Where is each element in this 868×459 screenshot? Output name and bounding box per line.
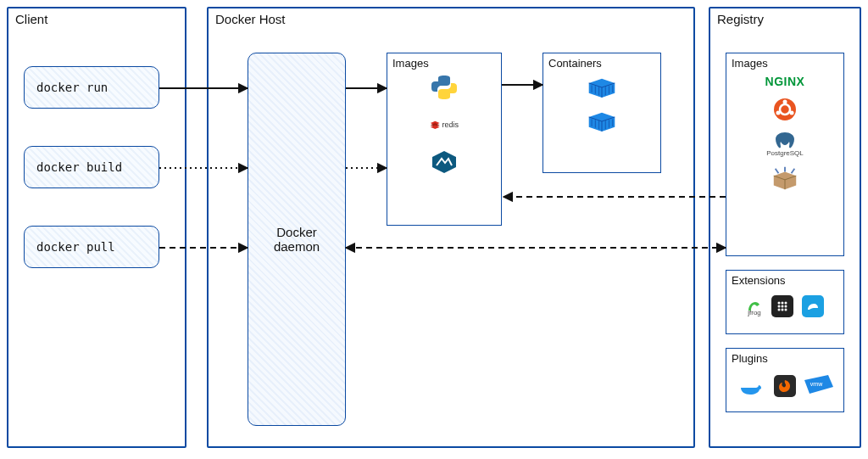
svg-point-5 [776,111,781,115]
registry-plugins-panel: Plugins vmw [726,348,844,412]
svg-rect-16 [746,384,748,387]
redis-icon: redis [430,112,459,137]
svg-point-11 [785,305,787,308]
redis-label: redis [442,120,459,129]
package-icon [771,165,799,191]
postgresql-label: PostgreSQL [766,149,804,157]
docker-plugin-icon [737,373,765,399]
host-images-title: Images [387,53,501,73]
host-containers-panel: Containers [542,53,661,173]
svg-point-4 [790,111,794,115]
svg-rect-17 [749,384,752,387]
host-images-panel: Images redis [387,53,502,226]
registry-images-title: Images [726,53,843,73]
svg-rect-19 [749,381,752,383]
alpine-icon [430,149,459,175]
svg-point-6 [778,302,781,305]
svg-rect-18 [746,381,748,383]
jfrog-icon: jfrog [746,297,763,316]
cmd-docker-build: docker build [24,146,159,188]
registry-extensions-title: Extensions [726,271,843,290]
cmd-docker-pull: docker pull [24,226,159,268]
tailscale-icon [802,295,824,317]
registry-title: Registry [710,8,860,26]
vmw-plugin-icon: vmw [804,375,833,397]
docker-host-title: Docker Host [209,8,693,26]
cmd-docker-run-label: docker run [36,81,108,94]
client-title: Client [8,8,185,26]
container-icon [587,109,616,134]
host-containers-title: Containers [543,53,607,73]
svg-point-10 [782,305,784,308]
svg-point-14 [785,309,787,311]
portainer-icon [771,295,793,317]
cmd-docker-run: docker run [24,66,159,109]
grafana-plugin-icon [774,375,796,397]
registry-plugins-title: Plugins [726,349,843,368]
svg-point-3 [783,100,787,104]
svg-point-7 [782,302,784,305]
svg-text:vmw: vmw [810,381,823,387]
svg-point-12 [778,309,781,311]
cmd-docker-pull-label: docker pull [36,240,115,254]
ubuntu-icon [771,97,799,122]
svg-point-8 [785,302,787,305]
container-icon [587,75,616,100]
svg-point-13 [782,309,784,311]
cmd-docker-build-label: docker build [36,160,122,174]
nginx-icon: NGINX [765,75,805,88]
postgresql-icon: PostgreSQL [766,131,804,157]
docker-daemon-box: Docker daemon [248,53,346,426]
docker-daemon-label: Docker daemon [253,225,340,254]
svg-point-9 [778,305,781,308]
registry-images-panel: Images NGINX PostgreSQL [726,53,844,256]
registry-extensions-panel: Extensions jfrog [726,270,844,334]
svg-rect-15 [743,384,745,387]
python-icon [430,75,459,100]
